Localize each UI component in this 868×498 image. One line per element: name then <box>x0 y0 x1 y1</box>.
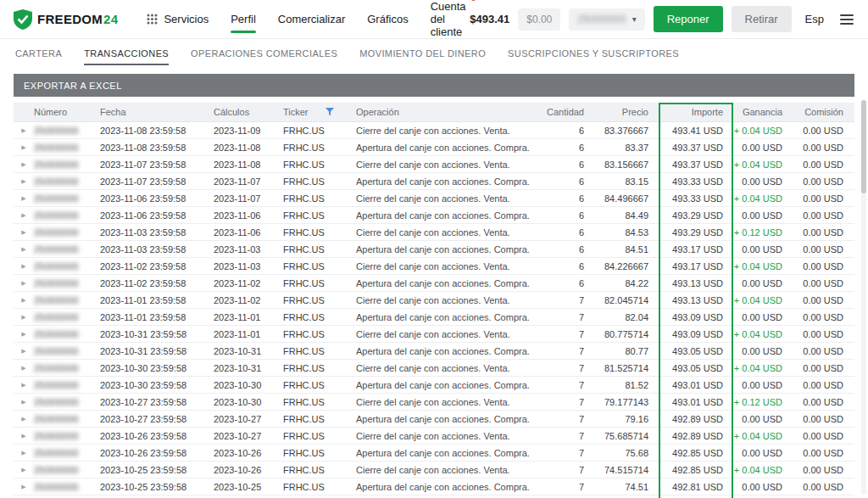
chevron-right-icon: ▶ <box>21 433 25 439</box>
cell-precio: 81.525714 <box>594 363 659 373</box>
table-row: ▶250000002023-10-31 23:59:582023-10-31FR… <box>14 343 854 360</box>
cell-precio: 83.15 <box>594 176 659 187</box>
cell-operacion: Apertura del canje con acciones. Compra. <box>356 312 542 322</box>
row-expand-toggle[interactable]: ▶ <box>14 156 34 172</box>
tab-suscripciones-y-suscriptores[interactable]: SUSCRIPCIONES Y SUSCRIPTORES <box>508 43 679 64</box>
cell-ganancia: 0.00 USD <box>733 278 793 288</box>
header-expand-column <box>14 103 34 121</box>
cell-comision: 0.00 USD <box>793 431 854 441</box>
account-selector[interactable]: 25000000 ▾ <box>569 8 644 31</box>
cell-comision: 0.00 USD <box>793 159 854 170</box>
deposit-button[interactable]: Reponer <box>654 6 723 32</box>
table-row: ▶250000002023-11-03 23:59:582023-11-06FR… <box>14 224 854 241</box>
cell-fecha: 2023-11-03 23:59:58 <box>100 244 214 255</box>
cell-numero: 25000000 <box>34 414 100 424</box>
row-expand-toggle[interactable]: ▶ <box>14 122 34 138</box>
row-expand-toggle[interactable]: ▶ <box>14 394 34 410</box>
cell-precio: 84.53 <box>594 227 659 238</box>
cell-calculos: 2023-10-30 <box>214 380 283 390</box>
cell-comision: 0.00 USD <box>793 448 854 458</box>
vertical-scrollbar[interactable] <box>861 100 866 495</box>
brand-logo[interactable]: FREEDOM24 <box>14 9 118 30</box>
nav-item-servicios[interactable]: Servicios <box>147 13 209 25</box>
chevron-right-icon: ▶ <box>21 195 25 201</box>
withdraw-button[interactable]: Retirar <box>732 6 792 32</box>
column-header-comision[interactable]: Comisión <box>793 107 854 117</box>
row-expand-toggle[interactable]: ▶ <box>14 411 34 427</box>
column-header-precio[interactable]: Precio <box>594 107 659 117</box>
cell-importe: 492.89 USD <box>659 431 733 441</box>
row-expand-toggle[interactable]: ▶ <box>14 224 34 240</box>
cell-numero: 25000000 <box>34 278 100 288</box>
row-expand-toggle[interactable]: ▶ <box>14 258 34 274</box>
cell-calculos: 2023-11-03 <box>214 261 283 271</box>
column-header-ganancia[interactable]: Ganancia <box>733 107 793 117</box>
row-expand-toggle[interactable]: ▶ <box>14 275 34 291</box>
row-expand-toggle[interactable]: ▶ <box>14 292 34 308</box>
row-expand-toggle[interactable]: ▶ <box>14 241 34 257</box>
column-header-ticker[interactable]: Ticker <box>283 107 356 117</box>
filter-icon[interactable] <box>326 108 334 116</box>
table-row: ▶250000002023-11-07 23:59:582023-11-07FR… <box>14 173 854 190</box>
column-header-fecha[interactable]: Fecha <box>100 107 214 117</box>
cell-importe: 493.01 USD <box>659 380 733 390</box>
nav-item-perfil[interactable]: Perfil <box>231 13 256 25</box>
main-navigation: Servicios Perfil Comercializar Gráficos … <box>147 0 470 38</box>
row-expand-toggle[interactable]: ▶ <box>14 377 34 393</box>
row-expand-toggle[interactable]: ▶ <box>14 309 34 325</box>
cell-calculos: 2023-10-31 <box>214 346 283 356</box>
transactions-table: Número Fecha Cálculos Ticker Operación C… <box>14 103 854 498</box>
cell-cantidad: 6 <box>542 244 594 255</box>
cell-ganancia: 0.00 USD <box>733 482 793 492</box>
row-expand-toggle[interactable]: ▶ <box>14 445 34 461</box>
row-expand-toggle[interactable]: ▶ <box>14 428 34 444</box>
row-expand-toggle[interactable]: ▶ <box>14 478 34 495</box>
column-header-cantidad[interactable]: Cantidad <box>542 107 594 117</box>
column-header-calculos[interactable]: Cálculos <box>214 107 283 117</box>
chevron-right-icon: ▶ <box>21 280 25 286</box>
cell-comision: 0.00 USD <box>793 261 854 271</box>
cell-calculos: 2023-11-06 <box>214 227 283 238</box>
row-expand-toggle[interactable]: ▶ <box>14 173 34 189</box>
nav-item-graficos[interactable]: Gráficos <box>367 13 408 25</box>
row-expand-toggle[interactable]: ▶ <box>14 190 34 206</box>
row-expand-toggle[interactable]: ▶ <box>14 462 34 478</box>
cell-ganancia: + 0.04 USD <box>733 465 793 475</box>
tab-operaciones-comerciales[interactable]: OPERACIONES COMERCIALES <box>191 43 337 64</box>
cell-operacion: Apertura del canje con acciones. Compra. <box>356 278 542 288</box>
tab-cartera[interactable]: CARTERA <box>15 43 62 64</box>
column-header-operacion[interactable]: Operación <box>356 107 542 117</box>
nav-item-comercializar[interactable]: Comercializar <box>278 13 345 25</box>
scrollbar-thumb[interactable] <box>861 100 866 193</box>
tab-movimiento-del-dinero[interactable]: MOVIMIENTO DEL DINERO <box>359 43 486 64</box>
row-expand-toggle[interactable]: ▶ <box>14 360 34 376</box>
row-expand-toggle[interactable]: ▶ <box>14 207 34 223</box>
table-row: ▶250000002023-11-06 23:59:582023-11-07FR… <box>14 190 854 207</box>
cell-numero: 25000000 <box>34 346 100 356</box>
row-expand-toggle[interactable]: ▶ <box>14 326 34 342</box>
cell-calculos: 2023-10-25 <box>214 482 283 492</box>
column-header-importe[interactable]: Importe <box>659 107 733 117</box>
cell-ganancia: + 0.04 USD <box>733 363 793 373</box>
cell-fecha: 2023-11-03 23:59:58 <box>100 227 214 238</box>
cell-numero: 25000000 <box>34 312 100 322</box>
table-row: ▶250000002023-10-30 23:59:582023-10-30FR… <box>14 377 854 394</box>
cell-cantidad: 6 <box>542 159 594 170</box>
cell-ticker: FRHC.US <box>283 244 356 255</box>
column-header-numero[interactable]: Número <box>34 107 100 117</box>
cell-fecha: 2023-11-08 23:59:58 <box>100 143 214 153</box>
row-expand-toggle[interactable]: ▶ <box>14 139 34 155</box>
language-selector[interactable]: Esp <box>805 13 824 25</box>
cell-operacion: Cierre del canje con acciones. Venta. <box>356 397 542 407</box>
cell-comision: 0.00 USD <box>793 227 854 238</box>
row-expand-toggle[interactable]: ▶ <box>14 343 34 359</box>
chevron-right-icon: ▶ <box>21 127 25 133</box>
export-excel-button[interactable]: EXPORTAR A EXCEL <box>24 81 122 91</box>
menu-icon[interactable] <box>837 12 856 27</box>
chevron-right-icon: ▶ <box>21 314 25 320</box>
table-header: Número Fecha Cálculos Ticker Operación C… <box>14 103 854 122</box>
table-toolbar: EXPORTAR A EXCEL <box>14 74 854 97</box>
tab-transacciones[interactable]: TRANSACCIONES <box>84 43 169 64</box>
chevron-right-icon: ▶ <box>21 416 25 422</box>
nav-item-cuenta-del-cliente[interactable]: Cuenta del cliente <box>431 0 470 38</box>
